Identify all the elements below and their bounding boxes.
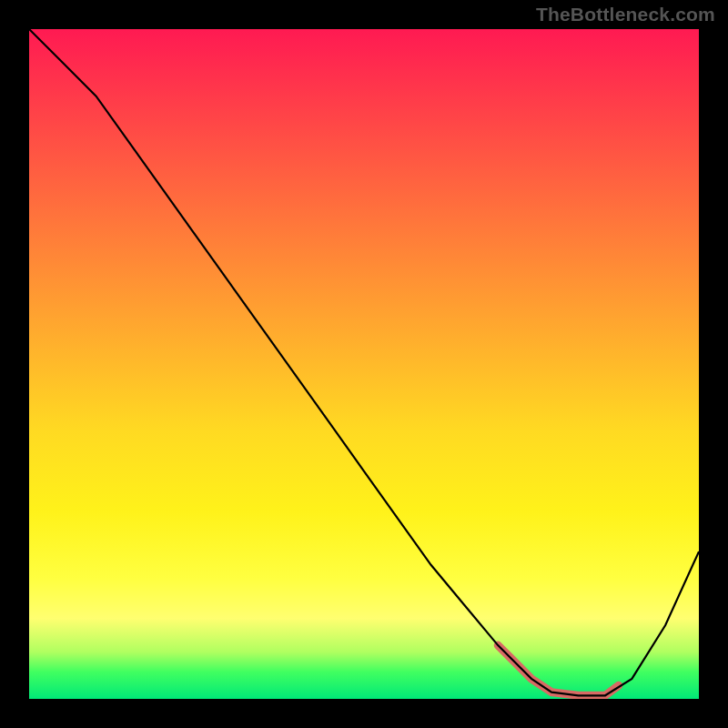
chart-highlight-segment xyxy=(498,645,619,695)
chart-svg xyxy=(29,29,699,699)
chart-curve-line xyxy=(29,29,699,695)
chart-plot-area xyxy=(29,29,699,699)
attribution-text: TheBottleneck.com xyxy=(536,4,715,25)
